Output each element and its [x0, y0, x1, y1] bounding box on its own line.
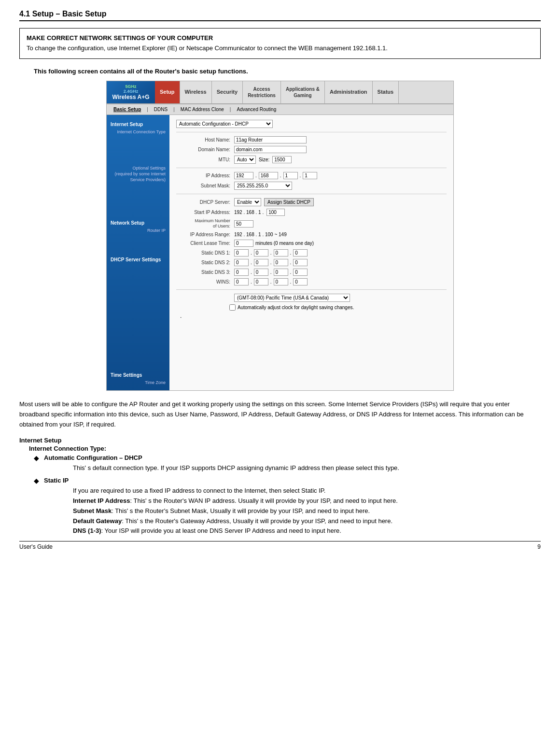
notice-body: To change the configuration, use Interne…: [27, 43, 533, 54]
nav-item-wireless[interactable]: Wireless: [180, 81, 212, 103]
ip-range-row: IP Address Range: 192 . 168 . 1 . 100 ~ …: [176, 232, 447, 237]
static-ip-gateway-label: Default Gateway: [73, 517, 122, 525]
dns2-label: Static DNS 2:: [176, 260, 234, 265]
logo-brand: Wireless A+G: [112, 94, 149, 100]
domain-name-row: Domain Name:: [176, 146, 447, 153]
notice-box: MAKE CORRECT NETWORK SETTINGS OF YOUR CO…: [19, 28, 541, 59]
lease-suffix: minutes (0 means one day): [255, 241, 314, 246]
lease-label: Client Lease Time:: [176, 241, 234, 246]
dns2-octet-2[interactable]: [254, 259, 268, 266]
nav-item-security[interactable]: Security: [212, 81, 243, 103]
dns2-octet-4[interactable]: [293, 259, 308, 266]
mtu-label: MTU:: [176, 157, 234, 162]
static-ip-subnet-text: : This' s the Router's Subnet Mask, Usua…: [112, 507, 370, 514]
wins-row: WINS: . . .: [176, 278, 447, 285]
subnav-mac-address-clone[interactable]: MAC Address Clone: [177, 106, 228, 113]
static-ip-dns-label: DNS (1-3): [73, 527, 101, 534]
nav-item-status[interactable]: Status: [373, 81, 399, 103]
start-ip-last-input[interactable]: [266, 209, 285, 216]
wins-octet-4[interactable]: [293, 278, 308, 285]
subnav-basic-setup[interactable]: Basic Setup: [110, 106, 145, 113]
footer-right: 9: [537, 543, 541, 550]
intro-text: This following screen contains all of th…: [34, 68, 526, 75]
router-body: Internet Setup Internet Connection Type …: [107, 115, 453, 391]
host-name-row: Host Name:: [176, 136, 447, 143]
subnav-advanced-routing[interactable]: Advanced Routing: [233, 106, 280, 113]
subnet-select[interactable]: 255.255.255.0: [234, 182, 292, 190]
dns3-octet-4[interactable]: [293, 269, 308, 276]
static-ip-intro-text: If you are required to use a fixed IP ad…: [73, 487, 325, 494]
internet-setup-heading: Internet Setup: [19, 437, 541, 444]
wins-octet-3[interactable]: [274, 278, 288, 285]
bullet-diamond-static-ip: ◆: [34, 476, 39, 536]
nav-item-setup[interactable]: Setup: [155, 81, 180, 103]
bullet-dhcp: ◆ Automatic Configuration – DHCP This' s…: [34, 453, 541, 473]
mtu-size-input[interactable]: [272, 156, 292, 163]
nav-item-access-restrictions[interactable]: Access Restrictions: [243, 81, 281, 103]
dns3-octet-2[interactable]: [254, 269, 268, 276]
connection-type-heading: Internet Connection Type:: [29, 445, 541, 452]
router-nav: 5GHz 2.4GHz Wireless A+G Setup Wireless …: [107, 81, 453, 104]
subnav-ddns[interactable]: DDNS: [150, 106, 171, 113]
static-ip-internet-ip-text: : This' s the Router's WAN IP address. U…: [130, 497, 397, 504]
subnet-label: Subnet Mask:: [176, 183, 234, 188]
bullet-diamond-dhcp: ◆: [34, 453, 39, 473]
static-ip-subnet-label: Subnet Mask: [73, 507, 112, 514]
dns3-fields: . . .: [234, 269, 308, 276]
page-heading: 4.1 Setup – Basic Setup: [19, 10, 541, 21]
dns2-octet-1[interactable]: [234, 259, 249, 266]
dns1-octet-4[interactable]: [293, 249, 308, 256]
sidebar-router-ip-label: Router IP: [107, 227, 169, 235]
bullet-dhcp-title: Automatic Configuration – DHCP: [44, 454, 142, 461]
dst-label: Automatically adjust clock for daylight …: [238, 305, 354, 310]
connection-type-select[interactable]: Automatic Configuration - DHCP: [176, 120, 273, 128]
lease-input[interactable]: [234, 240, 253, 247]
logo-5ghz: 5GHz: [125, 84, 136, 89]
subnet-row: Subnet Mask: 255.255.255.0: [176, 182, 447, 190]
dns3-row: Static DNS 3: . . .: [176, 269, 447, 276]
notice-bold-line: MAKE CORRECT NETWORK SETTINGS OF YOUR CO…: [27, 33, 533, 43]
dns1-fields: . . .: [234, 249, 308, 256]
ip-octet-4[interactable]: [303, 172, 317, 179]
dns1-row: Static DNS 1: . . .: [176, 249, 447, 256]
domain-name-input[interactable]: [234, 146, 307, 153]
bullet-static-ip-intro: If you are required to use a fixed IP ad…: [73, 486, 541, 536]
dns3-octet-3[interactable]: [274, 269, 288, 276]
connection-type-row: Automatic Configuration - DHCP: [176, 120, 447, 128]
timezone-select[interactable]: (GMT-08:00) Pacific Time (USA & Canada): [234, 294, 350, 302]
dns3-octet-1[interactable]: [234, 269, 249, 276]
ip-octet-2[interactable]: [259, 172, 278, 179]
dns2-octet-3[interactable]: [274, 259, 288, 266]
logo-24ghz: 2.4GHz: [124, 89, 139, 94]
assign-static-dhcp-button[interactable]: Assign Static DHCP: [264, 198, 314, 206]
mtu-mode-select[interactable]: Auto: [234, 156, 256, 164]
dhcp-server-select[interactable]: Enable: [234, 198, 261, 206]
wins-label: WINS:: [176, 279, 234, 285]
dns1-octet-3[interactable]: [274, 249, 288, 256]
dns2-fields: . . .: [234, 259, 308, 266]
static-ip-gateway-text: : This' s the Router's Gateway Address, …: [122, 517, 392, 525]
nav-item-applications-gaming[interactable]: Applications & Gaming: [281, 81, 325, 103]
static-ip-internet-ip-label: Internet IP Address: [73, 497, 130, 504]
bullet-dhcp-body: This' s default connection type. If your…: [73, 463, 541, 473]
dhcp-server-row: DHCP Server: Enable Assign Static DHCP: [176, 198, 447, 206]
dst-checkbox[interactable]: [229, 304, 236, 311]
bullet-static-ip-title: Static IP: [44, 477, 69, 484]
dns3-label: Static DNS 3:: [176, 270, 234, 275]
sidebar-connection-type-label: Internet Connection Type: [107, 128, 169, 136]
host-name-input[interactable]: [234, 136, 307, 143]
max-users-row: Maximum Number of Users:: [176, 218, 447, 229]
sidebar-network-setup-title: Network Setup: [107, 217, 169, 227]
dst-row: Automatically adjust clock for daylight …: [176, 304, 447, 311]
dns1-octet-2[interactable]: [254, 249, 268, 256]
wins-octet-2[interactable]: [254, 278, 268, 285]
max-users-input[interactable]: [234, 220, 253, 228]
nav-item-administration[interactable]: Administration: [325, 81, 373, 103]
ip-octet-3[interactable]: [283, 172, 298, 179]
dns1-octet-1[interactable]: [234, 249, 249, 256]
ip-octet-1[interactable]: [234, 172, 253, 179]
dns2-row: Static DNS 2: . . .: [176, 259, 447, 266]
router-subnav: Basic Setup | DDNS | MAC Address Clone |…: [107, 104, 453, 115]
sidebar-dhcp-title: DHCP Server Settings: [107, 254, 169, 263]
wins-octet-1[interactable]: [234, 278, 249, 285]
